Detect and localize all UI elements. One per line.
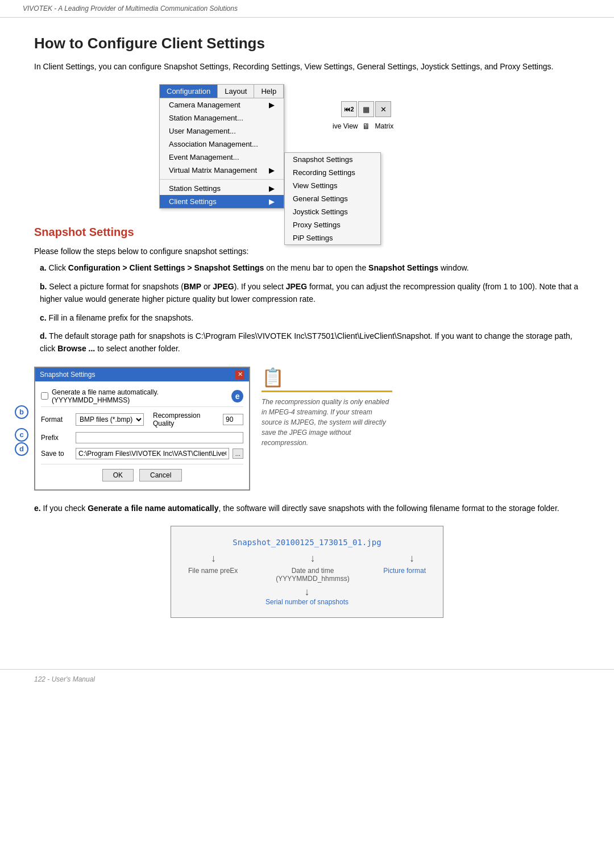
auto-filename-label: Generate a file name automatically. (YYY…	[52, 388, 228, 404]
format-label: Format	[41, 416, 72, 423]
note-bar	[262, 391, 392, 392]
step-a: a. Click Configuration > Client Settings…	[34, 261, 580, 274]
toolbar-grid-btn[interactable]: ▦	[358, 101, 374, 117]
label-picture-format: Picture format	[375, 567, 426, 583]
prefix-row: Prefix	[41, 432, 243, 443]
steps-list: a. Click Configuration > Client Settings…	[34, 261, 580, 355]
step-c-marker: c	[15, 428, 28, 442]
auto-filename-checkbox[interactable]	[41, 392, 48, 400]
dialog-close-btn[interactable]: ✕	[235, 370, 244, 379]
arrow-datetime: ↓	[310, 553, 316, 564]
saveto-input[interactable]	[76, 448, 229, 459]
dialog-title: Snapshot Settings	[40, 371, 95, 379]
menu-item-event[interactable]: Event Management...	[160, 151, 284, 164]
note-icon: 📋	[262, 367, 284, 388]
submenu-recording[interactable]: Recording Settings	[285, 166, 380, 179]
menu-configuration[interactable]: Configuration	[160, 85, 218, 98]
diagram-labels-row: File name preEx Date and time (YYYYMMDD_…	[188, 567, 426, 583]
client-settings-submenu: Snapshot Settings Recording Settings Vie…	[284, 152, 381, 245]
menu-screenshot: Configuration Layout Help Camera Managem…	[159, 84, 455, 209]
arrow-icon-ss: ▶	[269, 184, 275, 193]
matrix-icon: 🖥	[362, 122, 370, 131]
submenu-view[interactable]: View Settings	[285, 179, 380, 192]
menu-item-user[interactable]: User Management...	[160, 124, 284, 138]
live-view-area: ive View 🖥 Matrix	[333, 122, 393, 131]
menu-item-station-settings[interactable]: Station Settings ▶	[160, 182, 284, 195]
dialog-with-markers: b c d Snapshot Settings ✕ Generate a fil…	[34, 367, 250, 491]
saveto-row: Save to ...	[41, 448, 243, 459]
page-intro: In Client Settings, you can configure Sn…	[34, 60, 580, 73]
page-title: How to Configure Client Settings	[34, 35, 580, 52]
arrow-icon-cs: ▶	[269, 197, 275, 206]
label-datetime-format: (YYYYMMDD_hhmmss)	[276, 575, 349, 583]
dialog-body: Generate a file name automatically. (YYY…	[35, 381, 249, 489]
format-select[interactable]: BMP files (*.bmp)	[76, 413, 144, 426]
step-c: c. Fill in a filename prefix for the sna…	[34, 312, 580, 324]
submenu-proxy[interactable]: Proxy Settings	[285, 218, 380, 231]
context-menu: Configuration Layout Help Camera Managem…	[159, 84, 284, 209]
recompression-input[interactable]	[223, 414, 243, 425]
diagram-arrows-row: ↓ ↓ ↓	[188, 553, 426, 564]
submenu-joystick[interactable]: Joystick Settings	[285, 205, 380, 218]
arrow-picformat: ↓	[409, 553, 414, 564]
submenu-general[interactable]: General Settings	[285, 192, 380, 205]
ok-button[interactable]: OK	[102, 469, 134, 481]
arrow-icon-vm: ▶	[269, 166, 275, 175]
step-b: b. Select a picture format for snapshots…	[34, 280, 580, 306]
auto-filename-row: Generate a file name automatically. (YYY…	[41, 386, 243, 407]
menu-divider	[160, 179, 284, 180]
serial-area: ↓ Serial number of snapshots	[188, 586, 426, 606]
arrow-icon: ▶	[269, 101, 275, 109]
toolbar-back-btn[interactable]: ⏮2	[341, 101, 357, 117]
submenu-snapshot[interactable]: Snapshot Settings	[285, 153, 380, 166]
prefix-label: Prefix	[41, 434, 72, 442]
step-d: d. The default storage path for snapshot…	[34, 330, 580, 355]
e-circle-badge: e	[231, 390, 243, 402]
note-text: The recompression quality is only enable…	[262, 397, 392, 448]
menu-item-camera[interactable]: Camera Management ▶	[160, 98, 284, 111]
recompression-label: Recompression Quality	[153, 412, 219, 427]
menu-item-virtual-matrix[interactable]: Virtual Matrix Management ▶	[160, 164, 284, 177]
note-area: 📋 The recompression quality is only enab…	[262, 367, 392, 448]
submenu-pip[interactable]: PiP Settings	[285, 231, 380, 244]
arrow-prefix: ↓	[211, 553, 216, 564]
label-prefix: File name preEx	[188, 567, 251, 583]
format-row: Format BMP files (*.bmp) Recompression Q…	[41, 412, 243, 427]
company-tagline: VIVOTEK - A Leading Provider of Multimed…	[23, 5, 238, 13]
filename-example: Snapshot_20100125_173015_01.jpg	[188, 538, 426, 547]
footer-text: 122 - User's Manual	[34, 675, 95, 683]
step-e-text: e. If you check Generate a file name aut…	[34, 502, 580, 514]
label-datetime: Date and time	[276, 567, 349, 575]
step-b-marker: b	[15, 405, 28, 419]
steps-intro: Please follow the steps below to configu…	[34, 247, 580, 256]
toolbar-close-btn[interactable]: ✕	[375, 101, 391, 117]
saveto-label: Save to	[41, 450, 72, 458]
menu-item-association[interactable]: Association Management...	[160, 138, 284, 151]
menu-item-client-settings[interactable]: Client Settings ▶	[160, 195, 284, 208]
menu-help[interactable]: Help	[254, 85, 284, 98]
filename-diagram: Snapshot_20100125_173015_01.jpg ↓ ↓ ↓ Fi…	[171, 526, 443, 618]
toolbar-area: ⏮2 ▦ ✕	[341, 101, 391, 117]
footer: 122 - User's Manual	[0, 669, 614, 689]
menu-header: Configuration Layout Help	[160, 85, 284, 98]
prefix-input[interactable]	[76, 432, 243, 443]
matrix-label: Matrix	[375, 122, 393, 130]
browse-button[interactable]: ...	[233, 448, 243, 459]
menu-item-station[interactable]: Station Management...	[160, 111, 284, 124]
arrow-serial: ↓	[305, 586, 310, 598]
step-d-marker: d	[15, 442, 28, 456]
label-datetime-group: Date and time (YYYYMMDD_hhmmss)	[276, 567, 349, 583]
dialog-titlebar: Snapshot Settings ✕	[35, 368, 249, 381]
snapshot-dialog: Snapshot Settings ✕ Generate a file name…	[34, 367, 250, 491]
dialog-buttons: OK Cancel	[41, 464, 243, 485]
dialog-row: b c d Snapshot Settings ✕ Generate a fil…	[34, 367, 580, 491]
live-view-label: ive View	[333, 122, 358, 130]
menu-layout[interactable]: Layout	[218, 85, 254, 98]
label-serial: Serial number of snapshots	[265, 598, 349, 606]
cancel-button[interactable]: Cancel	[139, 469, 182, 481]
